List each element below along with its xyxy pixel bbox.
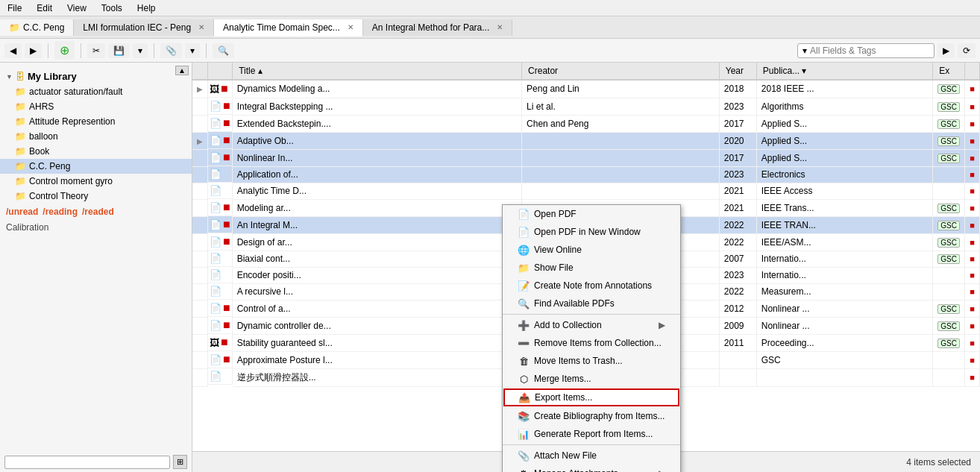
row-expand[interactable] bbox=[192, 300, 208, 317]
ctx-item-attach-file[interactable]: 📎 Attach New File bbox=[503, 447, 680, 465]
ctx-item-generate-report[interactable]: 📊 Generate Report from Items... bbox=[503, 425, 680, 443]
row-title[interactable]: Design of ar... bbox=[233, 233, 522, 251]
row-expand[interactable] bbox=[192, 149, 208, 166]
sidebar-grid-button[interactable]: ⊞ bbox=[173, 455, 187, 469]
row-expand[interactable] bbox=[192, 233, 208, 251]
col-pub-header[interactable]: Publica... ▾ bbox=[756, 63, 933, 80]
tab-folder[interactable]: 📁 C.C. Peng bbox=[0, 19, 74, 36]
row-expand[interactable] bbox=[192, 251, 208, 267]
row-title[interactable]: Stability guaranteed sl... bbox=[233, 334, 522, 351]
row-title[interactable]: A recursive l... bbox=[233, 283, 522, 300]
row-title[interactable]: Extended Backstepin.... bbox=[233, 115, 522, 132]
scissors-button[interactable]: ✂ bbox=[87, 43, 105, 58]
row-expand[interactable]: ▶ bbox=[192, 132, 208, 149]
tab-analytic[interactable]: Analytic Time Domain Spec... ✕ bbox=[214, 19, 363, 37]
table-row[interactable]: ▶ 🖼■ Dynamics Modeling a... Peng and Lin… bbox=[192, 80, 980, 98]
menu-view[interactable]: View bbox=[64, 1, 89, 15]
tab-lmi[interactable]: LMI formulation IEC - Peng ✕ bbox=[74, 19, 214, 36]
col-creator-header[interactable]: Creator bbox=[522, 63, 720, 80]
row-title[interactable]: Integral Backstepping ... bbox=[233, 98, 522, 115]
row-expand[interactable] bbox=[192, 317, 208, 334]
row-expand[interactable] bbox=[192, 115, 208, 132]
back-button[interactable]: ◀ bbox=[4, 43, 22, 58]
row-title[interactable]: Analytic Time D... bbox=[233, 183, 522, 199]
tag-unread[interactable]: /unread bbox=[6, 207, 38, 217]
row-expand[interactable] bbox=[192, 199, 208, 216]
row-expand[interactable] bbox=[192, 216, 208, 233]
ctx-item-create-note[interactable]: 📝 Create Note from Annotations bbox=[503, 277, 680, 295]
ctx-item-move-trash[interactable]: 🗑 Move Items to Trash... bbox=[503, 352, 680, 370]
new-item-button[interactable]: ⊕ bbox=[54, 41, 75, 60]
table-row[interactable]: 📄■ Nonlinear In... 2017 Applied S... GSC… bbox=[192, 149, 980, 166]
row-expand[interactable] bbox=[192, 334, 208, 351]
ctx-item-find-pdfs[interactable]: 🔍 Find Available PDFs bbox=[503, 295, 680, 312]
table-row[interactable]: ▶ 📄■ Adaptive Ob... 2020 Applied S... GS… bbox=[192, 132, 980, 149]
sidebar-item-balloon[interactable]: 📁 balloon bbox=[0, 129, 192, 144]
sidebar-item-book[interactable]: 📁 Book bbox=[0, 144, 192, 159]
row-expand[interactable] bbox=[192, 166, 208, 183]
ctx-item-add-collection[interactable]: ➕ Add to Collection ▶ bbox=[503, 316, 680, 334]
row-expand[interactable] bbox=[192, 368, 208, 386]
row-title[interactable]: Encoder positi... bbox=[233, 267, 522, 283]
ctx-item-merge-items[interactable]: ⬡ Merge Items... bbox=[503, 370, 680, 388]
save-button[interactable]: 💾 bbox=[108, 43, 130, 58]
tab-analytic-close[interactable]: ✕ bbox=[348, 23, 354, 31]
ctx-item-manage-attach[interactable]: ⚙ Manage Attachments ▶ bbox=[503, 465, 680, 472]
ctx-item-open-pdf-new[interactable]: 📄 Open PDF in New Window bbox=[503, 223, 680, 241]
menu-edit[interactable]: Edit bbox=[34, 1, 55, 15]
scroll-up-button[interactable]: ▲ bbox=[175, 66, 189, 75]
row-title[interactable]: Biaxial cont... bbox=[233, 251, 522, 267]
menu-help[interactable]: Help bbox=[134, 1, 159, 15]
ctx-item-remove-collection[interactable]: ➖ Remove Items from Collection... bbox=[503, 334, 680, 352]
sidebar-calibration[interactable]: Calibration bbox=[0, 220, 192, 235]
forward-button[interactable]: ▶ bbox=[25, 43, 42, 58]
search-dropdown-icon[interactable]: ▾ bbox=[802, 45, 807, 56]
row-title[interactable]: 逆步式順滑控器設... bbox=[233, 368, 522, 386]
sidebar-item-attitude[interactable]: 📁 Attitude Represention bbox=[0, 114, 192, 129]
col-title-header[interactable]: Title ▴ bbox=[233, 63, 522, 80]
row-title[interactable]: Dynamic controller de... bbox=[233, 317, 522, 334]
ctx-item-export-items[interactable]: 📤 Export Items... bbox=[503, 388, 679, 406]
row-expand[interactable] bbox=[192, 351, 208, 368]
row-title[interactable]: Nonlinear In... bbox=[233, 149, 522, 166]
search-input[interactable] bbox=[810, 45, 929, 56]
tag-readed[interactable]: /readed bbox=[82, 207, 114, 217]
sidebar-item-control-moment[interactable]: 📁 Control moment gyro bbox=[0, 174, 192, 189]
search-button[interactable]: 🔍 bbox=[213, 43, 234, 58]
row-expand[interactable] bbox=[192, 267, 208, 283]
menu-file[interactable]: File bbox=[4, 1, 25, 15]
tab-lmi-close[interactable]: ✕ bbox=[198, 23, 204, 31]
row-title[interactable]: Adaptive Ob... bbox=[233, 132, 522, 149]
col-year-header[interactable]: Year bbox=[719, 63, 756, 80]
tab-integral[interactable]: An Integral Method for Para... ✕ bbox=[363, 19, 512, 36]
sidebar-item-control-theory[interactable]: 📁 Control Theory bbox=[0, 189, 192, 204]
attach-button[interactable]: 📎 bbox=[160, 43, 182, 58]
ctx-item-open-pdf[interactable]: 📄 Open PDF bbox=[503, 205, 680, 223]
sidebar-item-ccpeng[interactable]: 📁 C.C. Peng bbox=[0, 159, 192, 174]
tab-integral-close[interactable]: ✕ bbox=[497, 23, 503, 31]
row-title[interactable]: Application of... bbox=[233, 166, 522, 183]
row-expand[interactable] bbox=[192, 183, 208, 199]
my-library-section[interactable]: ▼ 🗄 My Library bbox=[0, 69, 192, 84]
row-title[interactable]: Dynamics Modeling a... bbox=[233, 80, 522, 98]
row-expand[interactable] bbox=[192, 98, 208, 115]
ctx-item-show-file[interactable]: 📁 Show File bbox=[503, 259, 680, 277]
save-dropdown-button[interactable]: ▾ bbox=[133, 43, 148, 58]
locate-button[interactable]: ⟳ bbox=[958, 43, 976, 58]
ctx-item-view-online[interactable]: 🌐 View Online bbox=[503, 241, 680, 259]
row-title[interactable]: Modeling ar... bbox=[233, 199, 522, 216]
attach-dropdown-button[interactable]: ▾ bbox=[185, 43, 200, 58]
menu-tools[interactable]: Tools bbox=[98, 1, 125, 15]
row-title[interactable]: Approximate Posture l... bbox=[233, 351, 522, 368]
tag-reading[interactable]: /reading bbox=[43, 207, 78, 217]
table-row[interactable]: 📄■ Extended Backstepin.... Chen and Peng… bbox=[192, 115, 980, 132]
table-row[interactable]: 📄■ Integral Backstepping ... Li et al. 2… bbox=[192, 98, 980, 115]
sidebar-item-actuator[interactable]: 📁 actuator saturation/fault bbox=[0, 84, 192, 99]
nav-right-button[interactable]: ▶ bbox=[937, 43, 955, 58]
table-row[interactable]: 📄■ Application of... 2023 Electronics ■ bbox=[192, 166, 980, 183]
sidebar-search-input[interactable] bbox=[4, 456, 170, 469]
col-ex-header[interactable]: Ex bbox=[933, 63, 965, 80]
ctx-item-create-bibliography[interactable]: 📚 Create Bibliography from Items... bbox=[503, 407, 680, 425]
row-expand[interactable] bbox=[192, 283, 208, 300]
sidebar-item-ahrs[interactable]: 📁 AHRS bbox=[0, 99, 192, 114]
